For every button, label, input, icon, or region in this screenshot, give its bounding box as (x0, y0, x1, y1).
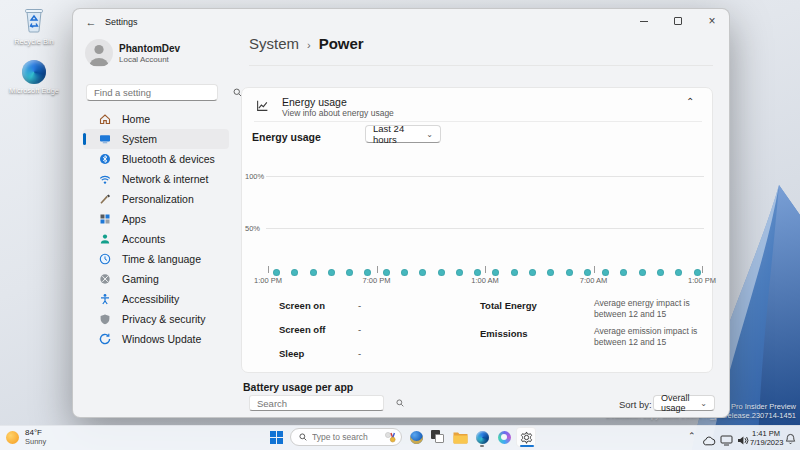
energy-data-point[interactable] (529, 269, 536, 276)
stat-screen-off-value: - (358, 324, 361, 335)
copilot-button[interactable] (494, 427, 514, 447)
desktop-icon-label: Microsoft Edge (5, 86, 63, 95)
energy-data-point[interactable] (328, 269, 335, 276)
clock-tray[interactable]: 1:41 PM 7/19/2023 (750, 429, 780, 447)
time-range-dropdown[interactable]: Last 24 hours ⌄ (365, 125, 441, 143)
task-view-button[interactable] (428, 427, 448, 447)
energy-data-point[interactable] (383, 269, 390, 276)
energy-data-point[interactable] (456, 269, 463, 276)
sidebar-item-system[interactable]: System (83, 129, 229, 149)
back-button[interactable]: ← (83, 14, 99, 30)
energy-data-point[interactable] (419, 269, 426, 276)
gear-icon (520, 431, 533, 444)
update-arrows-icon (99, 333, 111, 345)
taskbar-app-blue[interactable] (406, 427, 426, 447)
x-tick-mark (268, 266, 269, 273)
volume-tray-button[interactable] (737, 432, 749, 450)
y-gridline (266, 228, 704, 229)
y-tick-label: 50% (245, 224, 265, 233)
edge-logo-icon (22, 60, 46, 84)
energy-data-point[interactable] (657, 269, 664, 276)
close-button[interactable]: × (695, 9, 729, 33)
taskbar-search[interactable] (290, 428, 402, 446)
settings-taskbar-button[interactable] (516, 427, 536, 447)
settings-search-input[interactable] (87, 87, 233, 98)
user-icon (85, 39, 113, 67)
edge-button[interactable] (472, 427, 492, 447)
task-view-icon (431, 430, 445, 444)
sidebar-item-personalization[interactable]: Personalization (83, 189, 229, 209)
stat-screen-on-value: - (358, 300, 361, 311)
weather-temp: 84°F (25, 428, 46, 437)
sidebar-item-bluetooth-devices[interactable]: Bluetooth & devices (83, 149, 229, 169)
recycle-bin-icon (22, 6, 46, 33)
stat-emissions-value: Average emission impact is between 12 an… (594, 326, 708, 347)
window-controls: × (627, 9, 729, 33)
energy-data-point[interactable] (401, 269, 408, 276)
start-button[interactable] (266, 427, 286, 447)
sidebar-item-accessibility[interactable]: Accessibility (83, 289, 229, 309)
avatar[interactable] (85, 39, 113, 67)
x-tick-mark (485, 266, 486, 273)
network-tray-button[interactable] (720, 432, 733, 450)
bell-icon (785, 433, 796, 445)
notification-center-button[interactable] (785, 431, 796, 449)
desktop-icon-microsoft-edge[interactable]: Microsoft Edge (5, 60, 63, 95)
minimize-button[interactable] (627, 9, 661, 33)
energy-data-point[interactable] (639, 269, 646, 276)
energy-data-point[interactable] (310, 269, 317, 276)
sidebar-item-accounts[interactable]: Accounts (83, 229, 229, 249)
desktop-icon-recycle-bin[interactable]: Recycle Bin (5, 6, 63, 46)
energy-data-point[interactable] (291, 269, 298, 276)
header-divider (249, 65, 713, 66)
weather-widget[interactable]: 84°F Sunny (6, 428, 46, 446)
sun-icon (6, 431, 19, 444)
wifi-icon (99, 173, 111, 185)
battery-search-input[interactable] (250, 398, 396, 409)
search-highlight-medal-icon (384, 431, 396, 443)
energy-data-point[interactable] (547, 269, 554, 276)
energy-data-point[interactable] (438, 269, 445, 276)
taskbar-search-input[interactable] (312, 432, 384, 442)
app-icon-blue (410, 431, 423, 444)
energy-data-point[interactable] (566, 269, 573, 276)
accessibility-person-icon (99, 293, 111, 305)
collapse-chevron-icon[interactable]: ⌃ (686, 96, 694, 107)
sidebar-item-time-language[interactable]: Time & language (83, 249, 229, 269)
stat-screen-on-label: Screen on (279, 300, 325, 311)
energy-data-point[interactable] (511, 269, 518, 276)
sort-by-value: Overall usage (661, 393, 694, 413)
time-range-value: Last 24 hours (373, 123, 420, 145)
desktop-icon-label: Recycle Bin (5, 37, 63, 46)
sidebar-item-home[interactable]: Home (83, 109, 229, 129)
stat-total-energy-value: Average energy impact is between 12 and … (594, 298, 708, 319)
onedrive-tray-button[interactable] (702, 432, 716, 450)
battery-search[interactable] (249, 395, 384, 411)
maximize-icon (674, 17, 682, 25)
maximize-button[interactable] (661, 9, 695, 33)
cloud-icon (702, 436, 716, 446)
settings-window: ← Settings × PhantomDev Local Account (72, 8, 730, 418)
sidebar-item-network-internet[interactable]: Network & internet (83, 169, 229, 189)
sidebar-item-gaming[interactable]: Gaming (83, 269, 229, 289)
system-icon (99, 133, 111, 145)
card-divider (254, 121, 702, 122)
y-gridline (266, 176, 704, 177)
settings-search[interactable] (86, 84, 218, 101)
x-tick-label: 7:00 AM (572, 276, 616, 285)
energy-data-point[interactable] (346, 269, 353, 276)
stat-emissions-label: Emissions (480, 328, 528, 339)
sort-by-dropdown[interactable]: Overall usage ⌄ (653, 395, 715, 411)
sidebar-item-apps[interactable]: Apps (83, 209, 229, 229)
sidebar-item-privacy-security[interactable]: Privacy & security (83, 309, 229, 329)
sidebar-item-windows-update[interactable]: Windows Update (83, 329, 229, 349)
battery-section-title: Battery usage per app (243, 381, 353, 393)
energy-data-point[interactable] (620, 269, 627, 276)
weather-condition: Sunny (25, 437, 46, 446)
x-tick-label: 1:00 PM (246, 276, 290, 285)
file-explorer-button[interactable] (450, 427, 470, 447)
energy-data-point[interactable] (694, 269, 701, 276)
breadcrumb-parent[interactable]: System (249, 35, 299, 52)
windows-logo-icon (270, 431, 283, 444)
tray-expand-button[interactable]: ⌃ (688, 431, 696, 441)
